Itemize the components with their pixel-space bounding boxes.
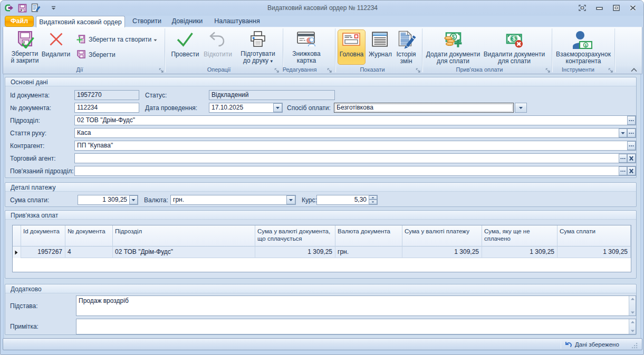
svg-text:$: $: [452, 34, 455, 40]
svg-text:$: $: [584, 43, 587, 48]
svg-text:$: $: [512, 35, 515, 42]
